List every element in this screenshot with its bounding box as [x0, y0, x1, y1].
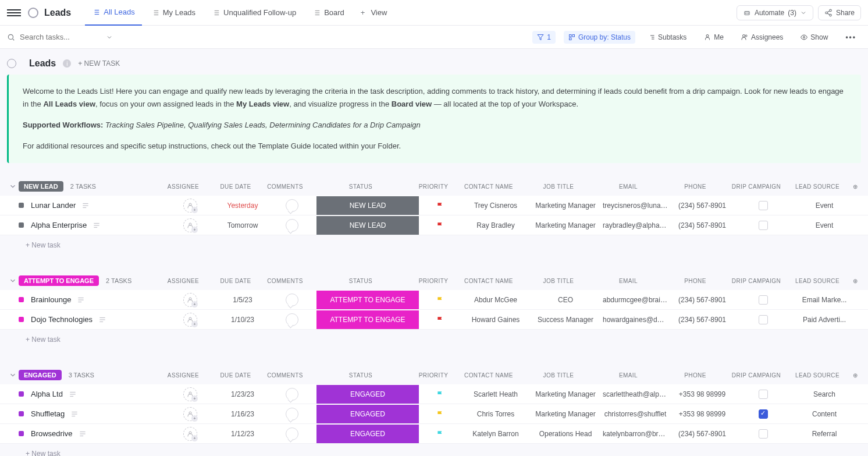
- col-job[interactable]: JOB TITLE: [524, 278, 593, 284]
- assignee-avatar[interactable]: +: [183, 293, 197, 307]
- me-button[interactable]: Me: [699, 31, 728, 44]
- email[interactable]: christorres@shufflet: [600, 410, 670, 418]
- drip-checkbox[interactable]: [759, 429, 768, 439]
- phone[interactable]: (234) 567-8901: [670, 296, 734, 304]
- flag-icon[interactable]: [436, 221, 444, 229]
- lead-source[interactable]: Email Marke...: [792, 296, 856, 304]
- lead-source[interactable]: Paid Adverti...: [792, 316, 856, 324]
- task-row[interactable]: Dojo Technologies+1/10/23ATTEMPT TO ENGA…: [0, 310, 868, 330]
- col-assignee[interactable]: ASSIGNEE: [157, 278, 209, 284]
- lead-source[interactable]: Content: [792, 410, 856, 418]
- flag-icon[interactable]: [436, 296, 444, 304]
- col-priority[interactable]: PRIORITY: [413, 183, 454, 190]
- assignees-button[interactable]: Assignees: [737, 31, 788, 44]
- phone[interactable]: (234) 567-8901: [670, 430, 734, 438]
- show-button[interactable]: Show: [796, 31, 833, 44]
- flag-icon[interactable]: [436, 410, 444, 418]
- tab-unqualified-follow-up[interactable]: Unqualified Follow-up: [205, 0, 303, 26]
- status-dot[interactable]: [19, 317, 24, 322]
- job-title[interactable]: Operations Head: [531, 430, 600, 438]
- lead-source[interactable]: Search: [792, 390, 856, 398]
- contact-name[interactable]: Trey Cisneros: [461, 202, 531, 210]
- new-task-row[interactable]: + New task: [0, 330, 868, 349]
- contact-name[interactable]: Howard Gaines: [461, 316, 531, 324]
- email[interactable]: katelynbarron@brows: [600, 430, 670, 438]
- col-phone[interactable]: PHONE: [663, 278, 727, 284]
- assignee-avatar[interactable]: +: [183, 199, 197, 213]
- tab-all-leads[interactable]: All Leads: [85, 0, 141, 26]
- assignee-avatar[interactable]: +: [183, 387, 197, 401]
- col-comments[interactable]: COMMENTS: [262, 372, 308, 379]
- comments-icon[interactable]: [286, 313, 298, 326]
- status-dot[interactable]: [19, 203, 24, 208]
- contact-name[interactable]: Chris Torres: [461, 410, 531, 418]
- status-pill[interactable]: ATTEMPT TO ENGAGE: [316, 310, 419, 329]
- col-assignee[interactable]: ASSIGNEE: [157, 183, 209, 190]
- task-name[interactable]: Browsedrive: [31, 429, 164, 438]
- due-date[interactable]: 1/16/23: [216, 410, 269, 418]
- drip-checkbox[interactable]: [759, 201, 768, 210]
- due-date[interactable]: 1/12/23: [216, 430, 269, 438]
- email[interactable]: abdurmcgee@brainlo: [600, 296, 670, 304]
- contact-name[interactable]: Abdur McGee: [461, 296, 531, 304]
- group-badge[interactable]: ATTEMPT TO ENGAGE: [19, 275, 99, 286]
- group-badge[interactable]: ENGAGED: [19, 370, 62, 380]
- phone[interactable]: (234) 567-8901: [670, 221, 734, 229]
- email[interactable]: treycisneros@lunarla: [600, 202, 670, 210]
- subtasks-button[interactable]: Subtasks: [643, 31, 691, 44]
- status-pill[interactable]: ENGAGED: [316, 385, 419, 404]
- job-title[interactable]: Marketing Manager: [531, 221, 600, 229]
- col-priority[interactable]: PRIORITY: [413, 278, 454, 284]
- status-dot[interactable]: [19, 391, 24, 397]
- group-toggle[interactable]: [7, 182, 19, 190]
- col-drip[interactable]: DRIP CAMPAIGN: [727, 278, 785, 284]
- assignee-avatar[interactable]: +: [183, 313, 197, 327]
- drip-checkbox[interactable]: [759, 295, 768, 305]
- share-button[interactable]: Share: [818, 5, 861, 20]
- col-due[interactable]: DUE DATE: [209, 183, 262, 190]
- phone[interactable]: +353 98 98999: [670, 410, 734, 418]
- task-row[interactable]: Brainlounge+1/5/23ATTEMPT TO ENGAGEAbdur…: [0, 290, 868, 310]
- email[interactable]: scarlettheath@alphal: [600, 390, 670, 398]
- task-row[interactable]: Alpha Enterprise+TomorrowNEW LEADRay Bra…: [0, 215, 868, 235]
- col-contact[interactable]: CONTACT NAME: [454, 183, 524, 190]
- more-button[interactable]: •••: [841, 31, 861, 44]
- hamburger-menu[interactable]: [7, 6, 21, 20]
- automate-button[interactable]: Automate (3): [737, 5, 813, 20]
- task-name[interactable]: Dojo Technologies: [31, 315, 164, 324]
- lead-source[interactable]: Event: [792, 221, 856, 229]
- group-toggle[interactable]: [7, 277, 19, 285]
- col-comments[interactable]: COMMENTS: [262, 183, 308, 190]
- job-title[interactable]: CEO: [531, 296, 600, 304]
- comments-icon[interactable]: [286, 294, 298, 306]
- task-row[interactable]: Lunar Lander+YesterdayNEW LEADTrey Cisne…: [0, 196, 868, 215]
- drip-checkbox[interactable]: [759, 390, 768, 399]
- col-contact[interactable]: CONTACT NAME: [454, 372, 524, 379]
- col-source[interactable]: LEAD SOURCE: [785, 278, 849, 284]
- group-by-button[interactable]: Group by: Status: [564, 31, 635, 44]
- status-dot[interactable]: [19, 222, 24, 228]
- col-job[interactable]: JOB TITLE: [524, 183, 593, 190]
- col-add[interactable]: ⊕: [849, 183, 861, 190]
- status-pill[interactable]: ENGAGED: [316, 405, 419, 423]
- contact-name[interactable]: Scarlett Heath: [461, 390, 531, 398]
- assignee-avatar[interactable]: +: [183, 407, 197, 421]
- new-task-button[interactable]: + NEW TASK: [78, 59, 120, 68]
- col-add[interactable]: ⊕: [849, 372, 861, 379]
- col-priority[interactable]: PRIORITY: [413, 372, 454, 379]
- status-pill[interactable]: ATTEMPT TO ENGAGE: [316, 291, 419, 309]
- email[interactable]: howardgaines@dojot: [600, 316, 670, 324]
- job-title[interactable]: Marketing Manager: [531, 202, 600, 210]
- lead-source[interactable]: Event: [792, 202, 856, 210]
- col-email[interactable]: EMAIL: [593, 372, 663, 379]
- new-task-row[interactable]: + New task: [0, 235, 868, 255]
- col-add[interactable]: ⊕: [849, 278, 861, 284]
- assignee-avatar[interactable]: +: [183, 218, 197, 232]
- assignee-avatar[interactable]: +: [183, 427, 197, 441]
- status-dot[interactable]: [19, 411, 24, 416]
- task-name[interactable]: Alpha Enterprise: [31, 221, 164, 229]
- tab-view[interactable]: +View: [354, 0, 394, 26]
- contact-name[interactable]: Ray Bradley: [461, 221, 531, 229]
- status-pill[interactable]: ENGAGED: [316, 425, 419, 443]
- contact-name[interactable]: Katelyn Barron: [461, 430, 531, 438]
